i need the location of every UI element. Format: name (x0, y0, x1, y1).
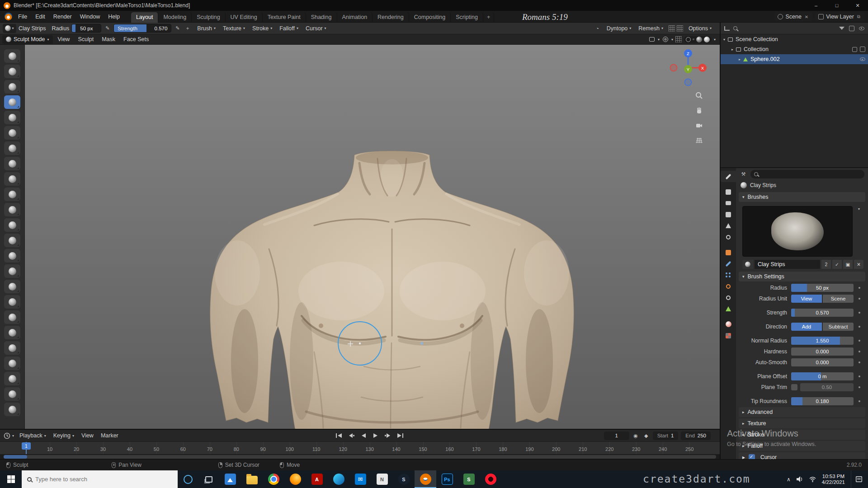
option-add[interactable]: Add (791, 323, 822, 331)
tool-nudge[interactable] (4, 357, 20, 370)
menu-falloff[interactable]: Falloff▾ (276, 24, 302, 33)
notification-center-icon[interactable] (851, 470, 866, 488)
menu-window[interactable]: Window (76, 12, 104, 22)
expand-icon[interactable]: ▸ (731, 47, 733, 52)
slider-hardness[interactable]: 0.000 (791, 347, 854, 356)
cortana-button[interactable] (178, 470, 198, 488)
outliner-row-sphere-002[interactable]: ▸Sphere.002 (721, 54, 868, 64)
viewport-menu-view[interactable]: View (54, 34, 74, 44)
tool-scrape[interactable] (4, 234, 20, 247)
blender-menu-icon[interactable] (5, 13, 12, 20)
slider-plane-trim[interactable]: 0.50 (800, 383, 854, 391)
tool-blob[interactable] (4, 157, 20, 170)
strength-pressure-icon[interactable]: ✎ (174, 24, 181, 32)
expand-icon[interactable]: ▸ (739, 57, 741, 61)
properties-tab-material[interactable] (721, 319, 736, 330)
edge-taskbar-icon[interactable] (328, 470, 349, 488)
duplicate-brush-icon[interactable]: ▣ (843, 260, 853, 269)
animate-decorator-icon[interactable] (859, 287, 860, 289)
outliner-row-collection[interactable]: ▸Collection (721, 44, 868, 54)
section-header-advanced[interactable]: ▸Advanced (739, 407, 865, 417)
slider-plane-offset[interactable]: 0 m (791, 372, 854, 380)
workspace-tab-shading[interactable]: Shading (306, 12, 337, 23)
scrollbar-bar[interactable] (4, 455, 716, 459)
timeline-menu-playback[interactable]: Playback▾ (16, 431, 50, 440)
timeline-editor-icon[interactable] (4, 432, 10, 439)
option-subtract[interactable]: Subtract (823, 323, 854, 331)
overlays-toggle-icon[interactable] (662, 36, 669, 43)
tool-thumb[interactable] (4, 326, 20, 339)
visibility-column-icon[interactable] (859, 27, 864, 30)
fake-user-icon[interactable]: ✓ (832, 260, 842, 269)
properties-tab-view-layer[interactable] (721, 209, 736, 220)
play-button[interactable] (370, 431, 381, 440)
tool-pose[interactable] (4, 341, 20, 355)
tool-multi-plane-scrape[interactable] (4, 249, 20, 263)
tool-clay[interactable] (4, 80, 20, 94)
viewport-menu-mask[interactable]: Mask (98, 34, 119, 44)
move-view-icon[interactable] (693, 105, 704, 116)
view-layer-selector[interactable]: View Layer ⧉ (815, 12, 864, 21)
unlink-brush-icon[interactable]: ✕ (854, 260, 863, 269)
tool-layer[interactable] (4, 126, 20, 140)
slider-auto-smooth[interactable]: 0.000 (791, 358, 854, 366)
menu-dyntopo[interactable]: Dyntopo▾ (603, 24, 635, 33)
playhead[interactable]: 1 (26, 442, 27, 454)
scene-selector[interactable]: Scene ✕ (774, 12, 812, 21)
tool-snake-hook[interactable] (4, 310, 20, 324)
tray-expand-icon[interactable]: ∧ (787, 476, 791, 483)
menu-brush[interactable]: Brush▾ (193, 24, 219, 33)
slider-normal-radius[interactable]: 1.550 (791, 337, 854, 345)
animate-decorator-icon[interactable] (859, 340, 860, 342)
substance-taskbar-icon[interactable]: S (458, 470, 480, 488)
timeline-ruler[interactable]: 1 10203040506070809010011012013014015016… (0, 441, 720, 454)
search-icon[interactable] (733, 26, 737, 30)
search-input[interactable] (35, 476, 157, 483)
workspace-tab-texture-paint[interactable]: Texture Paint (263, 12, 306, 23)
filter-icon[interactable] (839, 27, 844, 30)
opera-taskbar-icon[interactable] (480, 470, 501, 488)
properties-tab-object-data[interactable] (721, 303, 736, 314)
shading-dropdown-icon[interactable]: ▾ (714, 38, 716, 42)
auto-keying-icon[interactable]: ◉ (632, 432, 640, 440)
animate-decorator-icon[interactable] (859, 375, 860, 377)
menu-help[interactable]: Help (104, 12, 124, 22)
properties-tab-world[interactable] (721, 231, 736, 243)
tool-clay-thumb[interactable] (4, 111, 20, 124)
workspace-tab-sculpting[interactable]: Sculpting (192, 12, 225, 23)
strength-field[interactable]: Strength 0.570 (113, 24, 171, 33)
menu-edit[interactable]: Edit (31, 12, 49, 22)
brush-name-field[interactable]: Clay Strips (755, 260, 820, 269)
brush-thumb-icon[interactable] (742, 260, 753, 269)
notepad-taskbar-icon[interactable]: N (371, 470, 393, 488)
properties-tab-texture[interactable] (721, 330, 736, 341)
section-header-falloff[interactable]: ▸Falloff (739, 441, 865, 451)
menu-remesh[interactable]: Remesh▾ (635, 24, 667, 33)
brushes-section-header[interactable]: ▾Brushes (739, 192, 865, 202)
tool-grab[interactable] (4, 280, 20, 293)
photos-taskbar-icon[interactable] (219, 470, 241, 488)
workspace-tab-compositing[interactable]: Compositing (409, 12, 451, 23)
xray-dropdown-icon[interactable]: ▾ (658, 38, 660, 42)
slider-tip-roundness[interactable]: 0.180 (791, 397, 854, 405)
option-view[interactable]: View (791, 295, 822, 303)
menu-texture[interactable]: Texture▾ (219, 24, 249, 33)
viewport-3d[interactable]: Z X Y (25, 45, 720, 429)
tool-elastic-deform[interactable] (4, 295, 20, 309)
unlink-scene-icon[interactable]: ✕ (804, 14, 809, 19)
workspace-tab-animation[interactable]: Animation (337, 12, 373, 23)
volume-icon[interactable] (797, 476, 803, 482)
properties-tab-render[interactable] (721, 186, 736, 197)
tool-fill[interactable] (4, 218, 20, 232)
properties-tab-tool[interactable] (721, 171, 736, 182)
brush-preview-image[interactable] (742, 206, 853, 257)
keyframe-icon[interactable]: ◆ (642, 432, 650, 440)
xray-toggle-icon[interactable] (648, 36, 656, 43)
tool-rotate[interactable] (4, 372, 20, 385)
workspace-tab-rendering[interactable]: Rendering (373, 12, 409, 23)
animate-decorator-icon[interactable] (859, 361, 860, 363)
properties-tab-modifiers[interactable] (721, 258, 736, 269)
render-visibility-icon[interactable] (860, 47, 865, 52)
previous-keyframe-button[interactable] (346, 431, 357, 440)
firefox-taskbar-icon[interactable] (284, 470, 306, 488)
